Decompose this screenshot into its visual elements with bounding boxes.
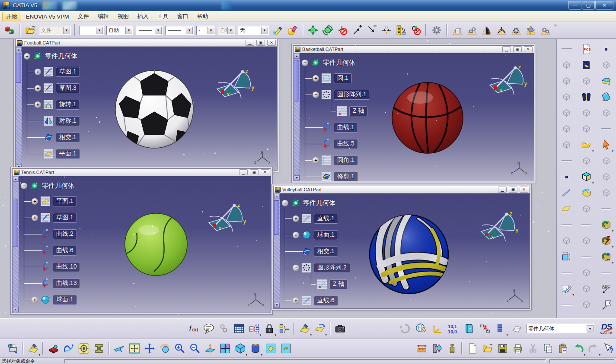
tree-item[interactable]: +曲线.5 xyxy=(313,136,370,152)
blue-book-icon[interactable] xyxy=(578,58,594,73)
blue-line-icon[interactable] xyxy=(559,186,575,200)
tree-root-partbody[interactable]: −零件几何体 xyxy=(21,178,80,193)
gray-icon[interactable] xyxy=(598,58,614,73)
window-restore-button[interactable]: ▣ xyxy=(256,40,265,46)
wb-shape-icon[interactable] xyxy=(480,23,494,37)
part-redcyan-icon[interactable] xyxy=(46,341,61,356)
tree-scrollbar[interactable]: ▲▼ xyxy=(294,53,300,181)
window-minimize-button[interactable]: ▁ xyxy=(498,187,507,193)
tree-scrollbar[interactable]: ▲▼ xyxy=(16,47,22,170)
window-titlebar[interactable]: Football.CATPart▁▣✕ xyxy=(16,39,277,47)
cyan-measure-icon[interactable] xyxy=(559,250,575,264)
axis-system-manipulator[interactable]: zyx xyxy=(203,200,248,241)
scrollbar-thumb[interactable] xyxy=(13,199,18,247)
tree-root-partbody[interactable]: −零件几何体 xyxy=(302,55,370,70)
cyan-cyl-icon[interactable] xyxy=(598,90,614,104)
gray-icon[interactable] xyxy=(559,74,575,89)
update-flash-icon[interactable]: ▾ xyxy=(598,234,614,248)
gray-icon[interactable] xyxy=(598,170,614,184)
3d-viewport[interactable]: ▲▼zyxyxz−零件几何体+草图.1+草图.3+旋转.1+对称.1+相交.1+… xyxy=(16,47,277,170)
axis-system-manipulator[interactable]: zyx xyxy=(484,63,529,103)
normalview-icon[interactable] xyxy=(202,341,217,356)
combo-dropdown-icon[interactable]: ▼ xyxy=(125,27,132,34)
specification-tree[interactable]: −零件几何体+平面.1+草图.1+曲线.2+曲线.6+曲线.10+曲线.13+球… xyxy=(20,176,80,308)
pan-icon[interactable] xyxy=(142,341,157,356)
expand-icon[interactable]: + xyxy=(293,232,299,238)
expand-icon[interactable]: + xyxy=(35,101,41,108)
wb-wireframe-icon[interactable] xyxy=(495,23,508,37)
undo-icon[interactable]: ▾ xyxy=(571,341,586,356)
collapse-icon[interactable]: − xyxy=(282,200,288,206)
window-minimize-button[interactable]: ▁ xyxy=(246,40,254,46)
new-doc-icon[interactable] xyxy=(465,341,480,356)
3d-viewport[interactable]: ▲▼zyxyxz−零件几何体+直线.1+球面.1+相交.1−圆形阵列.2Z 轴+… xyxy=(274,193,530,308)
tree-item[interactable]: +直线.1 xyxy=(293,210,350,227)
window-titlebar[interactable]: Tennis.CATPart▁▣✕ xyxy=(13,169,271,176)
tree-item[interactable]: +直线.6 xyxy=(293,292,350,308)
clamp-analysis-icon[interactable] xyxy=(91,341,106,356)
app-minimize-button[interactable]: — xyxy=(568,1,581,9)
table-icon[interactable] xyxy=(231,321,246,336)
orange-cursor-icon[interactable]: ▾ xyxy=(598,138,614,152)
wave-yc-icon[interactable] xyxy=(578,186,594,200)
tree-item[interactable]: +圆.1 xyxy=(313,70,370,86)
window-titlebar[interactable]: Volleyball.CATPart▁▣✕ xyxy=(274,186,530,193)
expand-icon[interactable]: + xyxy=(32,198,38,205)
enovia-transfer-icon[interactable] xyxy=(3,23,16,37)
fit-all-icon[interactable] xyxy=(127,341,142,356)
file-combo[interactable]: 文件▼ xyxy=(39,26,71,35)
axis-disable-icon[interactable] xyxy=(335,23,349,37)
equiv-icon[interactable]: }= xyxy=(277,321,292,336)
link-gray-icon[interactable] xyxy=(216,321,231,336)
tree-root-partbody[interactable]: −零件几何体 xyxy=(24,49,80,63)
window-minimize-button[interactable]: ▁ xyxy=(502,46,511,52)
ruler-measure-icon[interactable] xyxy=(414,341,429,356)
isocube-icon[interactable]: ▾ xyxy=(233,341,248,356)
helpq-icon[interactable]: ? xyxy=(601,341,616,356)
collapse-icon[interactable]: − xyxy=(313,92,319,98)
menu-5[interactable]: 视图 xyxy=(114,12,133,21)
pen-plane-icon[interactable]: ▾ xyxy=(559,282,575,296)
flash-link-icon[interactable] xyxy=(477,321,492,336)
wb-freestyle-icon[interactable] xyxy=(524,23,538,37)
line-type-combo[interactable]: ▼ xyxy=(165,26,194,35)
fx-icon[interactable]: f(x) xyxy=(186,321,201,336)
window-restore-button[interactable]: ▣ xyxy=(509,187,517,193)
decimals-icon[interactable]: 10,110,0 xyxy=(445,321,460,336)
gray-icon[interactable] xyxy=(598,186,614,200)
scroll-up-icon[interactable]: ▲ xyxy=(294,54,300,59)
tree-item[interactable]: +平面.1 xyxy=(35,146,80,162)
dtable-icon[interactable]: ▾ xyxy=(246,321,262,336)
tree-scrollbar[interactable]: ▲▼ xyxy=(274,193,280,308)
basketball-3d-model[interactable] xyxy=(391,81,464,155)
render-style-combo[interactable]: 无▼ xyxy=(238,26,269,35)
tree-item[interactable]: +草图.1 xyxy=(32,209,80,226)
gray-icon[interactable] xyxy=(578,234,594,248)
copy-icon[interactable] xyxy=(540,341,555,356)
menu-2[interactable]: ENOVIA V5 VPM xyxy=(22,13,73,21)
app-maximize-button[interactable]: ▢ xyxy=(582,1,595,9)
inertia-icon[interactable] xyxy=(444,341,460,356)
combo-dropdown-icon[interactable]: ▼ xyxy=(227,27,234,34)
line-weight-combo[interactable]: ▼ xyxy=(136,26,163,35)
toolbar-overflow-chevron[interactable]: » xyxy=(554,23,557,28)
wb-dmu-icon[interactable] xyxy=(539,23,552,37)
collapse-icon[interactable]: − xyxy=(24,53,30,60)
listblue-icon[interactable]: ▾ xyxy=(493,321,508,336)
menu-3[interactable]: 文件 xyxy=(74,12,93,21)
redo-icon[interactable]: ▾ xyxy=(586,341,601,356)
surface-w-icon[interactable] xyxy=(509,321,524,336)
graphic-properties-icon[interactable] xyxy=(285,23,299,37)
specification-tree[interactable]: −零件几何体+直线.1+球面.1+相交.1−圆形阵列.2Z 轴+直线.6 xyxy=(281,193,350,308)
wb-part-design-icon[interactable] xyxy=(450,23,464,37)
target-analysis-icon[interactable] xyxy=(76,341,91,356)
quadview-icon[interactable] xyxy=(217,341,233,356)
catalog-icon[interactable] xyxy=(461,321,476,336)
tree-item[interactable]: +旋转.1 xyxy=(35,96,80,113)
tree-item[interactable]: +草图.1 xyxy=(35,63,80,80)
toolbar-handle[interactable] xyxy=(605,48,607,51)
scroll-up-icon[interactable]: ▲ xyxy=(274,194,280,199)
combo-dropdown-icon[interactable]: ▼ xyxy=(63,27,70,34)
gray-icon[interactable] xyxy=(559,106,575,120)
expand-icon[interactable]: + xyxy=(313,75,319,82)
